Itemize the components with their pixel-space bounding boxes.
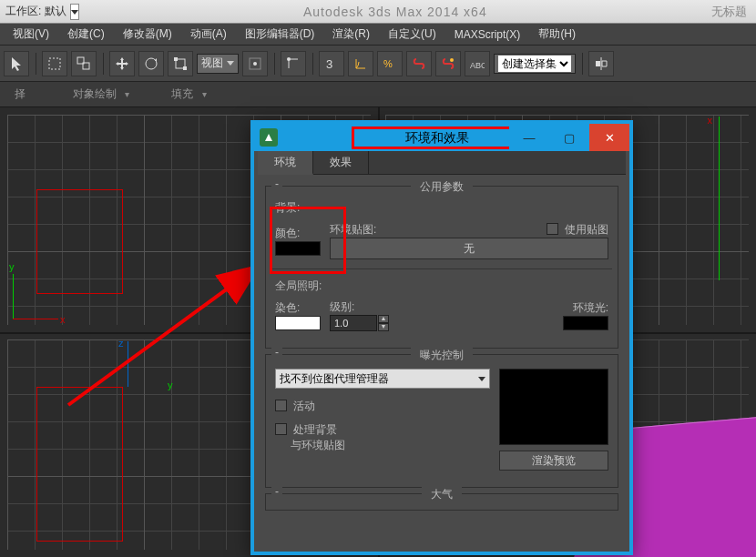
group-collapse-button[interactable]: -	[271, 348, 282, 359]
process-bg-label2: 与环境贴图	[291, 439, 345, 451]
dialog-title: 环境和效果	[391, 128, 484, 147]
dialog-titlebar[interactable]: 环境和效果 — ▢ ✕	[254, 124, 629, 151]
percent-snap-icon[interactable]: %	[377, 51, 403, 76]
svg-text:%: %	[383, 58, 393, 69]
tint-color-swatch[interactable]	[275, 316, 321, 330]
toolbar-separator	[579, 51, 585, 76]
axis-x-label: x	[708, 115, 713, 126]
chevron-down-icon: ▾	[125, 89, 129, 99]
environment-dialog: 环境和效果 — ▢ ✕ 环境 效果 - 公用参数 背景: 颜色:	[250, 120, 633, 555]
exposure-preview	[499, 369, 608, 445]
scale-icon[interactable]	[168, 51, 193, 76]
tab-effects[interactable]: 效果	[313, 151, 369, 174]
ribbon-fill[interactable]: 填充	[166, 86, 199, 102]
menu-create[interactable]: 创建(C)	[58, 24, 114, 45]
app-titlebar: 工作区: 默认 Autodesk 3ds Max 2014 x64 无标题	[0, 0, 756, 24]
menu-render[interactable]: 渲染(R)	[323, 24, 379, 45]
dialog-close-button[interactable]: ✕	[589, 124, 629, 151]
dialog-minimize-button[interactable]: —	[509, 124, 549, 151]
active-checkbox[interactable]	[275, 400, 287, 411]
named-selection-sets[interactable]: 创建选择集	[494, 54, 576, 74]
axis-y	[13, 274, 14, 319]
snap-toggle-icon[interactable]: 3	[319, 51, 344, 76]
background-label: 背景:	[275, 200, 608, 216]
ref-coord-dropdown[interactable]: 视图	[197, 54, 239, 74]
ribbon-bar: 择 对象绘制 ▾ 填充 ▾	[0, 82, 756, 107]
group-title-atmos: 大气	[422, 487, 462, 502]
exposure-control-dropdown[interactable]: 找不到位图代理管理器	[275, 369, 490, 389]
axis-z-label: z	[118, 338, 124, 349]
snap-options-icon[interactable]	[435, 51, 461, 76]
use-map-checkbox[interactable]	[547, 223, 558, 235]
level-spinner[interactable]: ▲ ▼	[330, 315, 389, 331]
render-preview-button[interactable]: 渲染预览	[499, 451, 608, 471]
menu-graph-editors[interactable]: 图形编辑器(D)	[236, 24, 324, 45]
app-title: Autodesk 3ds Max 2014 x64	[79, 5, 711, 19]
manipulate-icon[interactable]	[281, 51, 306, 76]
process-bg-checkbox[interactable]	[275, 423, 287, 435]
menu-customize[interactable]: 自定义(U)	[379, 24, 445, 45]
doc-title: 无标题	[711, 4, 747, 20]
dialog-tabs: 环境 效果	[258, 151, 626, 175]
process-bg-label1: 处理背景	[293, 423, 337, 436]
main-menu: 视图(V) 创建(C) 修改器(M) 动画(A) 图形编辑器(D) 渲染(R) …	[0, 24, 756, 46]
object-wireframe[interactable]	[36, 189, 123, 294]
axis-y-label: y	[9, 261, 15, 272]
svg-point-9	[287, 57, 291, 61]
group-title-exposure: 曝光控制	[411, 348, 473, 363]
menu-view[interactable]: 视图(V)	[4, 24, 58, 45]
toolbar-separator	[33, 51, 38, 76]
dialog-app-icon	[260, 128, 278, 147]
envmap-label: 环境贴图:	[330, 222, 376, 238]
group-collapse-button[interactable]: -	[271, 487, 282, 498]
annotation-title-highlight: 环境和效果	[352, 127, 523, 149]
axis-y-label: y	[168, 380, 173, 390]
environment-panel: - 公用参数 背景: 颜色: 环境贴图: 使用贴图	[258, 175, 626, 522]
use-pivot-icon[interactable]	[242, 51, 268, 76]
dialog-maximize-button[interactable]: ▢	[549, 124, 589, 151]
level-input[interactable]	[330, 315, 377, 331]
svg-text:3: 3	[326, 57, 332, 71]
dropdown-arrow-icon	[227, 61, 234, 66]
edit-named-sel-icon[interactable]: ABC	[465, 51, 490, 76]
menu-maxscript[interactable]: MAXScript(X)	[445, 24, 530, 45]
divider	[271, 268, 612, 269]
tint-label: 染色:	[275, 300, 321, 316]
ribbon-select[interactable]: 择	[9, 85, 31, 104]
mirror-icon[interactable]	[588, 51, 614, 76]
rotate-icon[interactable]	[138, 51, 164, 76]
spinner-snap-icon[interactable]	[406, 51, 432, 76]
axis-x-label: x	[60, 314, 66, 325]
toolbar-separator	[310, 51, 315, 76]
spinner-down-icon[interactable]: ▼	[378, 323, 389, 331]
svg-point-12	[450, 58, 454, 62]
menu-animation[interactable]: 动画(A)	[181, 24, 236, 45]
menu-help[interactable]: 帮助(H)	[529, 24, 585, 45]
background-color-swatch[interactable]	[275, 241, 321, 256]
select-rect-icon[interactable]	[42, 51, 67, 76]
workspace-dropdown-icon[interactable]	[70, 4, 79, 20]
ambient-color-swatch[interactable]	[563, 316, 608, 330]
main-toolbar: 视图 3 % ABC 创建选择集	[0, 46, 756, 82]
tab-environment[interactable]: 环境	[258, 151, 313, 175]
svg-rect-6	[183, 66, 187, 70]
menu-modifiers[interactable]: 修改器(M)	[114, 24, 181, 45]
svg-text:ABC: ABC	[470, 61, 485, 70]
group-collapse-button[interactable]: -	[271, 179, 282, 190]
group-common-params: - 公用参数 背景: 颜色: 环境贴图: 使用贴图	[265, 186, 618, 349]
spinner-up-icon[interactable]: ▲	[378, 315, 389, 323]
envmap-slot-button[interactable]: 无	[330, 238, 608, 259]
window-crossing-icon[interactable]	[71, 51, 97, 76]
group-exposure: - 曝光控制 找不到位图代理管理器 活动	[265, 354, 618, 488]
ribbon-object-paint[interactable]: 对象绘制	[67, 86, 122, 102]
dialog-body: 环境 效果 - 公用参数 背景: 颜色: 环境贴图:	[258, 151, 626, 548]
angle-snap-icon[interactable]	[348, 51, 373, 76]
object-wireframe[interactable]	[36, 387, 123, 542]
move-icon[interactable]	[109, 51, 135, 76]
exposure-control-value: 找不到位图代理管理器	[280, 371, 389, 387]
use-map-label: 使用贴图	[565, 223, 608, 236]
select-object-icon[interactable]	[4, 51, 29, 76]
level-label: 级别:	[330, 299, 389, 315]
named-sel-select[interactable]: 创建选择集	[498, 56, 571, 72]
dropdown-arrow-icon	[478, 377, 485, 381]
